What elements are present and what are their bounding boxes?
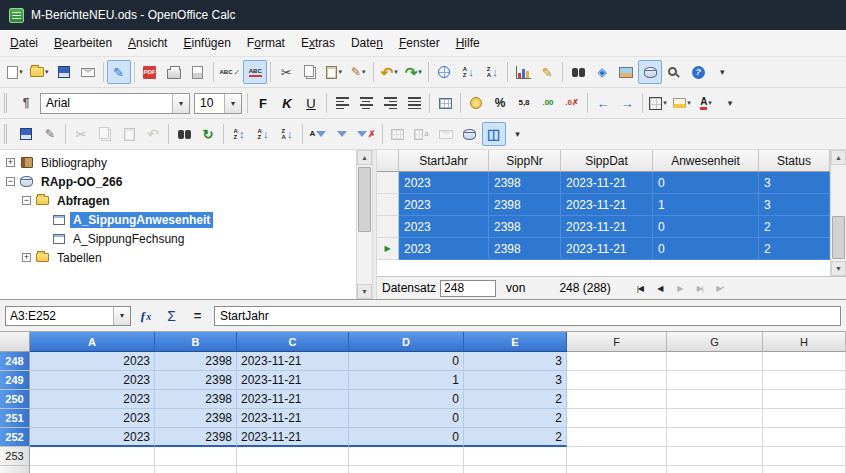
cell-H253[interactable] xyxy=(763,447,846,466)
align-justify-button[interactable] xyxy=(402,91,426,115)
grid-cell[interactable]: 2398 xyxy=(489,238,561,260)
paste-button[interactable]: ▾ xyxy=(322,60,346,84)
last-record-button[interactable]: ▶| xyxy=(691,280,709,297)
scroll-track[interactable] xyxy=(357,165,372,284)
column-header-E[interactable]: E xyxy=(464,332,567,352)
increase-indent-button[interactable]: → xyxy=(615,91,639,115)
menu-format[interactable]: Format xyxy=(239,30,293,56)
tree-item-rapp-oo-266[interactable]: −RApp-OO_266 xyxy=(0,172,356,191)
cell-A253[interactable] xyxy=(30,447,155,466)
column-header-H[interactable]: H xyxy=(763,332,846,352)
grid-cell[interactable]: 2023-11-21 xyxy=(561,172,653,194)
underline-button[interactable]: U xyxy=(299,91,323,115)
grid-cell[interactable]: 2398 xyxy=(489,172,561,194)
find-record-button[interactable] xyxy=(172,122,196,146)
function-wizard-button[interactable]: ƒx xyxy=(134,305,157,327)
cell-B252[interactable]: 2398 xyxy=(155,428,237,447)
scroll-down-icon[interactable]: ▼ xyxy=(357,284,372,299)
menu-ansicht[interactable]: Ansicht xyxy=(120,30,175,56)
row-header-253[interactable]: 253 xyxy=(0,447,30,466)
cell-B250[interactable]: 2398 xyxy=(155,390,237,409)
cell-E248[interactable]: 3 xyxy=(464,352,567,371)
tree-item-a-sippunganwesenheit[interactable]: A_SippungAnwesenheit xyxy=(0,210,356,229)
zoom-button[interactable] xyxy=(662,60,686,84)
column-header-A[interactable]: A xyxy=(30,332,155,352)
column-header-B[interactable]: B xyxy=(155,332,237,352)
expand-icon[interactable]: + xyxy=(22,253,31,262)
grid-cell[interactable]: 3 xyxy=(759,194,830,216)
menu-daten[interactable]: Daten xyxy=(343,30,391,56)
row-header-250[interactable]: 250 xyxy=(0,390,30,409)
first-record-button[interactable]: |◀ xyxy=(631,280,649,297)
italic-button[interactable]: K xyxy=(275,91,299,115)
cell-C248[interactable]: 2023-11-21 xyxy=(237,352,349,371)
collapse-icon[interactable]: − xyxy=(22,196,31,205)
decrease-indent-button[interactable]: ← xyxy=(591,91,615,115)
grid-cell[interactable]: 2023 xyxy=(399,194,489,216)
cell-C250[interactable]: 2023-11-21 xyxy=(237,390,349,409)
column-header-F[interactable]: F xyxy=(567,332,667,352)
grid-cell[interactable]: 2398 xyxy=(489,194,561,216)
cell-D250[interactable]: 0 xyxy=(349,390,464,409)
cell-F248[interactable] xyxy=(567,352,667,371)
cell-partial[interactable] xyxy=(349,466,464,473)
undo-button[interactable]: ↶▾ xyxy=(377,60,401,84)
sort-ascending-button[interactable]: AZ↓ xyxy=(251,122,275,146)
cell-G251[interactable] xyxy=(667,409,763,428)
cell-B249[interactable]: 2398 xyxy=(155,371,237,390)
grid-cell[interactable]: 1 xyxy=(653,194,759,216)
scroll-thumb[interactable] xyxy=(358,167,371,232)
menu-einfügen[interactable]: Einfügen xyxy=(175,30,238,56)
font-color-button[interactable]: A▾ xyxy=(694,91,718,115)
sort-descending-button[interactable]: ZA↓ xyxy=(480,60,504,84)
grid-column-header-sippnr[interactable]: SippNr xyxy=(489,150,561,172)
spellcheck-button[interactable]: ABC✓ xyxy=(217,60,244,84)
formula-input[interactable]: StartJahr xyxy=(214,306,841,326)
background-color-button[interactable]: ▾ xyxy=(670,91,694,115)
mail-merge-button[interactable] xyxy=(434,122,458,146)
cell-partial[interactable] xyxy=(30,466,155,473)
sum-button[interactable]: Σ xyxy=(160,305,183,327)
cell-partial[interactable] xyxy=(464,466,567,473)
tree-item-a-sippungfechsung[interactable]: A_SippungFechsung xyxy=(0,229,356,248)
edit-file-button[interactable]: ✎ xyxy=(107,60,131,84)
record-number-input[interactable]: 248 xyxy=(440,280,496,297)
tree-item-abfragen[interactable]: −Abfragen xyxy=(0,191,356,210)
column-header-D[interactable]: D xyxy=(349,332,464,352)
email-button[interactable] xyxy=(76,60,100,84)
cell-C252[interactable]: 2023-11-21 xyxy=(237,428,349,447)
cell-H250[interactable] xyxy=(763,390,846,409)
redo-button[interactable]: ↷▾ xyxy=(401,60,425,84)
grid-cell[interactable]: 2023 xyxy=(399,238,489,260)
cell-A252[interactable]: 2023 xyxy=(30,428,155,447)
row-header-partial[interactable] xyxy=(0,466,30,473)
align-center-button[interactable] xyxy=(354,91,378,115)
menu-datei[interactable]: Datei xyxy=(2,30,46,56)
cell-F253[interactable] xyxy=(567,447,667,466)
grid-cell[interactable]: 0 xyxy=(653,238,759,260)
cell-F250[interactable] xyxy=(567,390,667,409)
tree-item-bibliography[interactable]: +Bibliography xyxy=(0,153,356,172)
sort-ascending-button[interactable]: AZ↓ xyxy=(456,60,480,84)
cell-A248[interactable]: 2023 xyxy=(30,352,155,371)
data-to-fields-button[interactable]: a xyxy=(410,122,434,146)
grid-column-header-status[interactable]: Status xyxy=(759,150,830,172)
insert-chart-button[interactable] xyxy=(511,60,535,84)
reset-filter-button[interactable]: ✗ xyxy=(354,122,379,146)
format-percent-button[interactable]: % xyxy=(488,91,512,115)
save-button[interactable] xyxy=(52,60,76,84)
cell-G249[interactable] xyxy=(667,371,763,390)
cell-A249[interactable]: 2023 xyxy=(30,371,155,390)
cell-B253[interactable] xyxy=(155,447,237,466)
cell-E251[interactable]: 2 xyxy=(464,409,567,428)
hyperlink-button[interactable] xyxy=(432,60,456,84)
sort-button[interactable]: AZ↕ xyxy=(227,122,251,146)
cell-B248[interactable]: 2398 xyxy=(155,352,237,371)
grid-cell[interactable]: 0 xyxy=(653,172,759,194)
row-header-252[interactable]: 252 xyxy=(0,428,30,447)
autospellcheck-button[interactable]: ABC xyxy=(243,60,267,84)
cell-C249[interactable]: 2023-11-21 xyxy=(237,371,349,390)
name-box[interactable]: A3:E252 ▾ xyxy=(5,306,131,326)
grid-cell[interactable]: 2023-11-21 xyxy=(561,194,653,216)
cell-H251[interactable] xyxy=(763,409,846,428)
